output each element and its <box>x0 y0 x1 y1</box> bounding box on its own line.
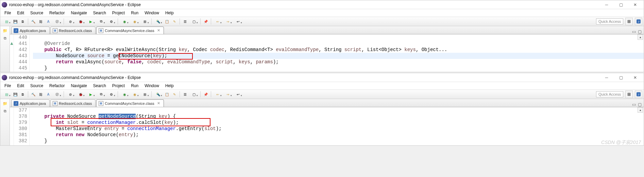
menu-navigate[interactable]: Navigate <box>68 10 89 16</box>
forward-button[interactable]: ⇒ <box>223 18 233 25</box>
tab-redissonlock-class[interactable]: ▦RedissonLock.class <box>50 27 96 34</box>
debug-button[interactable]: 🐞 <box>76 91 85 98</box>
menu-navigate[interactable]: Navigate <box>68 83 89 89</box>
code-body[interactable]: @Override public <T, R> RFuture<R> evalW… <box>30 34 644 72</box>
run-button[interactable]: ▶ <box>86 91 96 98</box>
maximize-button[interactable]: ▢ <box>614 1 628 9</box>
pin-button[interactable]: 📌 <box>202 91 209 98</box>
menu-search[interactable]: Search <box>90 83 109 89</box>
menu-project[interactable]: Project <box>109 10 128 16</box>
minimize-view-icon[interactable]: ▭ <box>632 29 636 34</box>
outline-icon[interactable]: ⧉ <box>2 108 8 114</box>
quick-access-input[interactable]: Quick Access <box>596 18 623 25</box>
debug-button[interactable]: 🐞 <box>76 18 85 25</box>
new-package-button[interactable]: ◉ <box>130 91 139 98</box>
menu-search[interactable]: Search <box>90 10 109 16</box>
close-tab-icon[interactable]: ✕ <box>157 28 160 33</box>
coverage-button[interactable]: ⧉ <box>96 18 106 25</box>
open-perspective-button[interactable]: ⊞ <box>625 91 633 98</box>
menu-help[interactable]: Help <box>163 83 176 89</box>
layout-button[interactable]: ▢ <box>189 18 199 25</box>
quick-access-input[interactable]: Quick Access <box>596 91 623 97</box>
tab-commandasyncservice-class[interactable]: ▦CommandAsyncService.class✕ <box>96 27 164 34</box>
block-select-button[interactable]: A <box>45 91 52 98</box>
toggle-breadcrumb-button[interactable]: 🔨 <box>30 91 37 98</box>
scroll-up-button[interactable]: ▴ <box>638 107 643 113</box>
outline-icon[interactable]: ⧉ <box>2 35 8 41</box>
link-button[interactable]: ⛓ <box>37 18 44 25</box>
menu-project[interactable]: Project <box>109 83 128 89</box>
annotation-button[interactable]: ✎ <box>171 91 178 98</box>
skip-breakpoints-button[interactable]: ⊘ <box>66 18 75 25</box>
save-all-button[interactable]: 🗎 <box>19 18 26 25</box>
new-java-class-button[interactable]: ◉ <box>120 18 129 25</box>
open-task-button[interactable]: 📋 <box>164 18 170 25</box>
run-button[interactable]: ▶ <box>86 18 96 25</box>
menu-file[interactable]: File <box>2 10 14 16</box>
forward-button[interactable]: ⇒ <box>223 91 233 98</box>
pin-button[interactable]: 📌 <box>202 18 209 25</box>
toggle-breadcrumb-button[interactable]: 🔨 <box>30 18 37 25</box>
toggle-mark-button[interactable]: ☰ <box>182 18 188 25</box>
back-button[interactable]: ⇐ <box>213 91 222 98</box>
menu-source[interactable]: Source <box>28 10 46 16</box>
show-whitespace-button[interactable]: ㊐ <box>52 91 62 98</box>
tab-application-java[interactable]: JApplication.java <box>11 27 50 34</box>
scroll-up-button[interactable]: ▴ <box>638 34 643 40</box>
link-button[interactable]: ⛓ <box>37 91 44 98</box>
external-tools-button[interactable]: ⚙ <box>106 18 116 25</box>
open-perspective-button[interactable]: ⊞ <box>625 18 633 25</box>
skip-breakpoints-button[interactable]: ⊘ <box>66 91 75 98</box>
menu-source[interactable]: Source <box>28 83 46 89</box>
code-editor[interactable]: ▲ 440 441 442 443 444 445 @Override publ… <box>10 34 644 72</box>
maximize-button[interactable]: ▢ <box>614 74 628 82</box>
menu-refactor[interactable]: Refactor <box>47 83 67 89</box>
new-button[interactable]: ▤ <box>2 91 11 98</box>
maximize-view-icon[interactable]: ▢ <box>638 102 642 107</box>
new-button[interactable]: ▤ <box>2 18 11 25</box>
code-body[interactable]: private NodeSource getNodeSource(String … <box>30 107 644 145</box>
open-type-button[interactable]: ⊞ <box>140 18 150 25</box>
save-all-button[interactable]: 🗎 <box>19 91 26 98</box>
menu-edit[interactable]: Edit <box>14 83 27 89</box>
menu-window[interactable]: Window <box>142 10 162 16</box>
menu-help[interactable]: Help <box>163 10 176 16</box>
new-package-button[interactable]: ◉ <box>130 18 139 25</box>
package-explorer-icon[interactable]: 📁 <box>2 28 8 34</box>
block-select-button[interactable]: A <box>45 18 52 25</box>
search-button[interactable]: 🔦 <box>153 18 163 25</box>
menu-file[interactable]: File <box>2 83 14 89</box>
maximize-view-icon[interactable]: ▢ <box>638 29 642 34</box>
open-type-button[interactable]: ⊞ <box>140 91 150 98</box>
last-edit-button[interactable]: ↩ <box>233 18 243 25</box>
minimize-button[interactable]: ─ <box>599 74 614 82</box>
tab-commandasyncservice-class[interactable]: ▦CommandAsyncService.class✕ <box>96 99 164 107</box>
menu-refactor[interactable]: Refactor <box>47 10 67 16</box>
back-button[interactable]: ⇐ <box>213 18 222 25</box>
toggle-mark-button[interactable]: ☰ <box>182 91 188 98</box>
java-perspective-button[interactable]: J <box>635 91 642 98</box>
close-tab-icon[interactable]: ✕ <box>157 101 160 106</box>
code-editor[interactable]: 377 378 379 380 381 382 private NodeSour… <box>10 107 644 145</box>
save-button[interactable]: 💾 <box>12 91 19 98</box>
minimize-view-icon[interactable]: ▭ <box>632 102 636 107</box>
menu-window[interactable]: Window <box>142 83 162 89</box>
menu-run[interactable]: Run <box>128 10 141 16</box>
java-perspective-button[interactable]: J <box>635 18 642 25</box>
coverage-button[interactable]: ⧉ <box>96 91 106 98</box>
menu-edit[interactable]: Edit <box>14 10 27 16</box>
annotation-button[interactable]: ✎ <box>171 18 178 25</box>
close-button[interactable]: ✕ <box>628 74 642 82</box>
tab-application-java[interactable]: JApplication.java <box>11 99 50 107</box>
search-button[interactable]: 🔦 <box>153 91 163 98</box>
save-button[interactable]: 💾 <box>12 18 19 25</box>
menu-run[interactable]: Run <box>128 83 141 89</box>
minimize-button[interactable]: ─ <box>599 1 614 9</box>
package-explorer-icon[interactable]: 📁 <box>2 100 8 107</box>
layout-button[interactable]: ▢ <box>189 91 199 98</box>
open-task-button[interactable]: 📋 <box>164 91 170 98</box>
close-button[interactable]: ✕ <box>628 1 642 9</box>
new-java-class-button[interactable]: ◉ <box>120 91 129 98</box>
last-edit-button[interactable]: ↩ <box>233 91 243 98</box>
tab-redissonlock-class[interactable]: ▦RedissonLock.class <box>50 99 96 107</box>
